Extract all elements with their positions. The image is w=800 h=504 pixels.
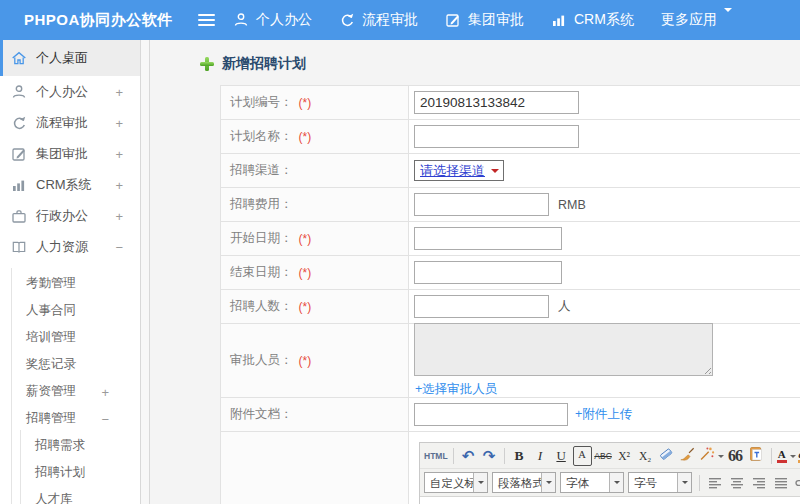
- sidebar-item-recruit-mgmt[interactable]: 招聘管理−: [0, 405, 140, 432]
- menu-icon[interactable]: [198, 14, 215, 26]
- topbar-menu-item[interactable]: 个人办公: [233, 11, 312, 29]
- form-value-cell: 人: [409, 290, 800, 323]
- required-marker: (*): [299, 130, 312, 144]
- sidebar-item-reward-records[interactable]: 奖惩记录: [0, 351, 140, 378]
- attachment-input[interactable]: [414, 403, 568, 426]
- format-brush-icon: [679, 446, 695, 465]
- collapse-icon[interactable]: −: [101, 411, 109, 426]
- sidebar-spacer: [0, 262, 140, 270]
- sidebar-item-human-resources[interactable]: 人力资源−: [0, 231, 140, 262]
- sidebar-item-talent-pool[interactable]: 人才库: [0, 486, 140, 504]
- sidebar-item-recruit-plan[interactable]: 招聘计划: [0, 459, 140, 486]
- flow-icon: [11, 115, 27, 131]
- approvers-link[interactable]: +选择审批人员: [415, 381, 497, 398]
- sidebar-item-recruit-demand[interactable]: 招聘需求: [0, 432, 140, 459]
- expand-icon[interactable]: +: [115, 177, 123, 192]
- align-right-icon[interactable]: [749, 473, 769, 493]
- book-icon: [11, 239, 27, 255]
- topbar-menu-item[interactable]: 集团审批: [445, 11, 524, 29]
- expand-icon[interactable]: +: [115, 115, 123, 130]
- sidebar-item-label: 奖惩记录: [26, 356, 76, 373]
- quote-button[interactable]: 66: [726, 446, 745, 466]
- topbar-menu-item[interactable]: 流程审批: [339, 11, 418, 29]
- undo-icon[interactable]: ↶: [459, 446, 478, 466]
- sidebar-item-crm-system[interactable]: CRM系统+: [0, 169, 140, 200]
- expand-icon[interactable]: +: [101, 384, 109, 399]
- editor-dropdown[interactable]: 字号: [628, 472, 692, 493]
- plan-name-input[interactable]: [414, 125, 579, 148]
- font-style-button[interactable]: A: [573, 446, 592, 466]
- italic-button[interactable]: I: [531, 446, 550, 466]
- sidebar-item-training-mgmt[interactable]: 培训管理: [0, 324, 140, 351]
- topbar-menu-label: 更多应用: [661, 11, 717, 29]
- sidebar-item-group-approval[interactable]: 集团审批+: [0, 138, 140, 169]
- headcount-input[interactable]: [414, 295, 549, 318]
- field-label: 审批人员：: [230, 352, 293, 369]
- textarea-wrapper: [414, 323, 713, 376]
- form-label-cell: 审批人员：(*): [221, 324, 409, 397]
- sidebar-item-admin-office[interactable]: 行政办公+: [0, 200, 140, 231]
- link-icon[interactable]: [793, 473, 800, 493]
- sidebar-item-label: 薪资管理: [26, 383, 76, 400]
- page-title: 新增招聘计划: [222, 55, 306, 73]
- sidebar-item-workflow-approval[interactable]: 流程审批+: [0, 107, 140, 138]
- form-row: 招聘渠道：请选择渠道: [221, 154, 800, 188]
- sidebar-item-salary-mgmt[interactable]: 薪资管理+: [0, 378, 140, 405]
- sidebar-item-hr-contract[interactable]: 人事合同: [0, 297, 140, 324]
- expand-icon[interactable]: +: [115, 146, 123, 161]
- bold-button[interactable]: B: [510, 446, 529, 466]
- chart-icon: [11, 177, 27, 193]
- sidebar-item-attendance-mgmt[interactable]: 考勤管理: [0, 270, 140, 297]
- eraser-icon[interactable]: [657, 446, 676, 466]
- form-value-cell: +选择审批人员: [409, 324, 800, 397]
- editor-dropdown[interactable]: 段落格式: [492, 472, 556, 493]
- expand-icon[interactable]: +: [115, 84, 123, 99]
- sidebar-item-personal-desktop[interactable]: 个人桌面: [0, 40, 140, 76]
- unit-label: 人: [558, 298, 571, 315]
- magic-wand-icon[interactable]: [699, 446, 724, 466]
- source-button[interactable]: HTML: [424, 446, 448, 466]
- align-justify-icon[interactable]: [771, 473, 791, 493]
- form-row: 开始日期：(*): [221, 222, 800, 256]
- topbar-menu-label: 流程审批: [362, 11, 418, 29]
- toolbar-separator: [699, 475, 700, 491]
- editor-content[interactable]: [420, 497, 800, 504]
- recruit-cost-input[interactable]: [414, 193, 549, 216]
- sidebar-scrollbar[interactable]: [141, 40, 150, 504]
- paste-icon[interactable]: [747, 446, 766, 466]
- underline-button[interactable]: U: [552, 446, 571, 466]
- subscript-button[interactable]: X₂: [636, 446, 655, 466]
- align-left-icon[interactable]: [705, 473, 725, 493]
- edit-icon: [11, 146, 27, 162]
- topbar-menu-item[interactable]: CRM系统: [551, 11, 634, 29]
- topbar: PHPOA协同办公软件 个人办公流程审批集团审批CRM系统更多应用: [0, 0, 800, 40]
- form-label-cell: [221, 432, 409, 504]
- required-marker: (*): [299, 300, 312, 314]
- editor-dropdown-label: 自定义标题: [425, 473, 473, 492]
- form-label-cell: 计划编号：(*): [221, 86, 409, 119]
- editor-dropdown[interactable]: 自定义标题: [424, 472, 488, 493]
- attachment-link[interactable]: +附件上传: [575, 406, 632, 423]
- form-value-cell: [409, 120, 800, 153]
- plan-number-input[interactable]: [414, 91, 579, 114]
- start-date-input[interactable]: [414, 227, 562, 250]
- font-color-button[interactable]: A: [777, 446, 796, 466]
- redo-icon[interactable]: ↷: [480, 446, 499, 466]
- form-label-cell: 开始日期：(*): [221, 222, 409, 255]
- superscript-button[interactable]: X²: [615, 446, 634, 466]
- sidebar-item-label: CRM系统: [36, 176, 92, 194]
- strikethrough-button[interactable]: ABC: [594, 446, 613, 466]
- format-brush-icon[interactable]: [678, 446, 697, 466]
- sidebar-item-personal-office[interactable]: 个人办公+: [0, 76, 140, 107]
- recruit-channel-select[interactable]: 请选择渠道: [414, 160, 504, 181]
- end-date-input[interactable]: [414, 261, 562, 284]
- editor-dropdown-label: 段落格式: [493, 473, 541, 492]
- form-row: 结束日期：(*): [221, 256, 800, 290]
- expand-icon[interactable]: +: [115, 208, 123, 223]
- sidebar-item-label: 行政办公: [36, 207, 88, 225]
- editor-dropdown[interactable]: 字体: [560, 472, 624, 493]
- collapse-icon[interactable]: −: [115, 239, 123, 254]
- approvers-textarea[interactable]: [414, 323, 713, 376]
- align-center-icon[interactable]: [727, 473, 747, 493]
- topbar-menu-item[interactable]: 更多应用: [661, 11, 732, 29]
